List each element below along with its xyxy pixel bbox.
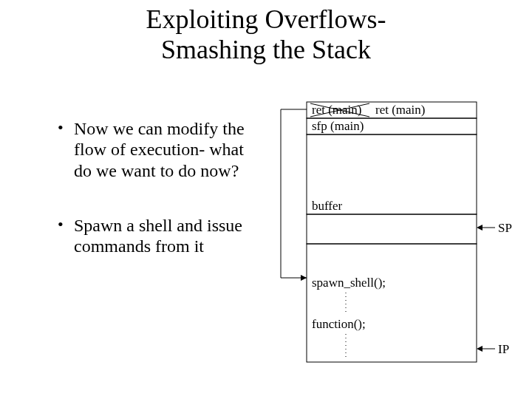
title-line-2: Smashing the Stack bbox=[161, 35, 371, 64]
label-sfp-main: sfp (main) bbox=[312, 119, 364, 133]
label-sp: SP bbox=[498, 221, 512, 235]
svg-marker-0 bbox=[301, 275, 307, 281]
row-gap bbox=[307, 214, 477, 244]
stack-diagram: ret (main) ret (main) sfp (main) buffer … bbox=[266, 100, 525, 381]
stack-box: ret (main) ret (main) sfp (main) buffer … bbox=[307, 102, 477, 362]
label-ip: IP bbox=[498, 342, 509, 356]
label-spawn-shell: spawn_shell(); bbox=[312, 276, 386, 290]
sp-pointer: SP bbox=[477, 221, 512, 235]
bullet-item-2: Spawn a shell and issue commands from it bbox=[58, 215, 250, 257]
bullet-text-1: Now we can modify the flow of execution-… bbox=[74, 119, 245, 180]
stack-diagram-svg: ret (main) ret (main) sfp (main) buffer … bbox=[266, 100, 525, 381]
ip-pointer: IP bbox=[477, 342, 509, 356]
svg-marker-4 bbox=[477, 346, 482, 352]
svg-marker-2 bbox=[477, 225, 482, 231]
bullet-text-2: Spawn a shell and issue commands from it bbox=[74, 216, 242, 256]
title-line-1: Exploiting Overflows- bbox=[146, 4, 386, 34]
label-ret-main-new: ret (main) bbox=[375, 103, 426, 117]
slide: Exploiting Overflows- Smashing the Stack… bbox=[0, 0, 532, 399]
bullet-list: Now we can modify the flow of execution-… bbox=[58, 118, 250, 291]
label-function: function(); bbox=[312, 317, 366, 331]
row-code bbox=[307, 244, 477, 362]
label-buffer: buffer bbox=[312, 199, 343, 213]
bullet-item-1: Now we can modify the flow of execution-… bbox=[58, 118, 250, 181]
ret-redirect-arrow bbox=[281, 109, 307, 281]
slide-title: Exploiting Overflows- Smashing the Stack bbox=[0, 4, 532, 66]
